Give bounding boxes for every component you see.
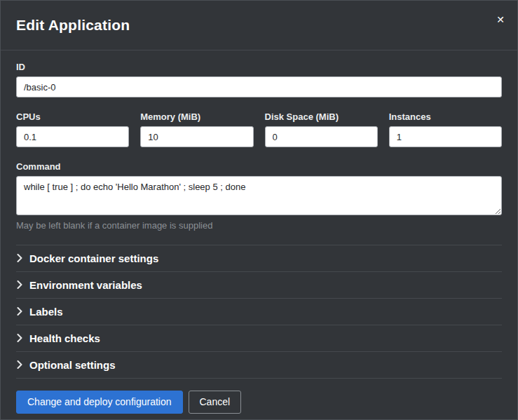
modal-footer: Change and deploy configuration Cancel <box>1 379 517 420</box>
disk-label: Disk Space (MiB) <box>265 111 378 122</box>
section-label: Health checks <box>29 332 100 344</box>
disk-field-group: Disk Space (MiB) <box>265 111 378 147</box>
memory-input[interactable] <box>140 126 253 147</box>
section-labels[interactable]: Labels <box>16 298 502 325</box>
id-label: ID <box>16 62 502 72</box>
section-label: Environment variables <box>29 279 142 291</box>
cpus-input[interactable] <box>16 126 129 147</box>
chevron-right-icon <box>17 332 22 344</box>
section-label: Labels <box>29 306 63 318</box>
id-input[interactable] <box>16 76 502 97</box>
edit-application-modal: Edit Application ✕ ID CPUs Memory (MiB) … <box>0 0 518 420</box>
cpus-field-group: CPUs <box>16 111 129 147</box>
chevron-right-icon <box>17 359 22 371</box>
section-optional-settings[interactable]: Optional settings <box>16 351 502 378</box>
section-environment-variables[interactable]: Environment variables <box>16 271 502 298</box>
memory-field-group: Memory (MiB) <box>140 111 253 147</box>
chevron-right-icon <box>17 279 22 291</box>
memory-label: Memory (MiB) <box>140 111 253 122</box>
section-docker-container-settings[interactable]: Docker container settings <box>16 245 502 271</box>
disk-input[interactable] <box>265 126 378 147</box>
resources-row: CPUs Memory (MiB) Disk Space (MiB) Insta… <box>16 111 502 147</box>
command-help-text: May be left blank if a container image i… <box>16 220 502 231</box>
instances-label: Instances <box>389 111 502 122</box>
chevron-right-icon <box>17 306 22 318</box>
command-label: Command <box>16 161 502 172</box>
cancel-button[interactable]: Cancel <box>189 391 242 414</box>
change-and-deploy-button[interactable]: Change and deploy configuration <box>16 391 183 414</box>
command-field-group: Command while [ true ] ; do echo 'Hello … <box>16 161 502 231</box>
chevron-right-icon <box>17 252 22 264</box>
instances-field-group: Instances <box>389 111 502 147</box>
section-label: Docker container settings <box>29 252 158 264</box>
cpus-label: CPUs <box>16 111 129 122</box>
instances-input[interactable] <box>389 126 502 147</box>
collapsible-sections: Docker container settings Environment va… <box>16 245 502 379</box>
modal-header: Edit Application ✕ <box>1 1 517 50</box>
section-label: Optional settings <box>29 359 116 371</box>
section-health-checks[interactable]: Health checks <box>16 325 502 351</box>
command-textarea[interactable]: while [ true ] ; do echo 'Hello Marathon… <box>16 176 502 215</box>
close-icon[interactable]: ✕ <box>493 12 507 27</box>
id-field-group: ID <box>16 62 502 97</box>
modal-body: ID CPUs Memory (MiB) Disk Space (MiB) In… <box>1 50 517 379</box>
modal-title: Edit Application <box>16 17 130 34</box>
